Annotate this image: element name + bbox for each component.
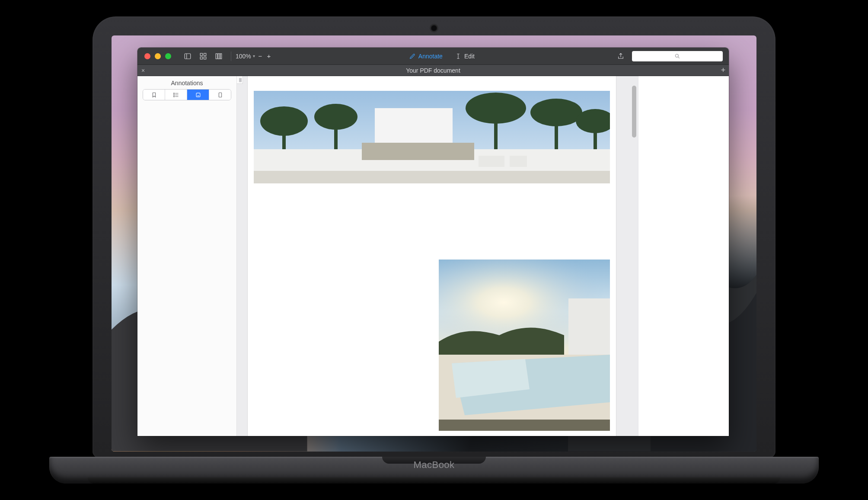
text-cursor-icon bbox=[455, 53, 462, 60]
svg-rect-4 bbox=[200, 57, 202, 59]
svg-rect-34 bbox=[362, 143, 474, 160]
zoom-out-button[interactable]: − bbox=[257, 52, 264, 60]
search-input[interactable] bbox=[632, 51, 723, 61]
share-button[interactable] bbox=[616, 51, 626, 61]
svg-rect-5 bbox=[204, 57, 206, 59]
window-controls bbox=[137, 53, 178, 59]
sidebar-seg-bookmarks[interactable] bbox=[143, 90, 165, 100]
chevron-down-icon: ▾ bbox=[253, 54, 255, 58]
app-body: Annotations bbox=[137, 76, 729, 436]
mode-switch: Annotate Edit bbox=[274, 53, 610, 60]
page-icon bbox=[217, 92, 223, 98]
display: 100% ▾ − + Annotate Edit bbox=[112, 35, 756, 452]
svg-rect-39 bbox=[568, 298, 610, 363]
right-blank-panel bbox=[638, 76, 729, 436]
zoom-control[interactable]: 100% ▾ − + bbox=[234, 52, 274, 60]
svg-rect-6 bbox=[216, 54, 217, 59]
tab-bar: × Your PDF document + bbox=[137, 65, 729, 76]
svg-rect-22 bbox=[282, 121, 286, 151]
svg-rect-24 bbox=[334, 117, 338, 151]
svg-rect-36 bbox=[510, 156, 527, 167]
svg-rect-8 bbox=[220, 54, 222, 59]
share-icon bbox=[617, 52, 625, 60]
svg-rect-35 bbox=[479, 156, 504, 167]
document-canvas[interactable] bbox=[237, 76, 638, 436]
svg-rect-3 bbox=[204, 53, 206, 55]
svg-rect-0 bbox=[185, 54, 191, 59]
svg-line-10 bbox=[678, 57, 680, 58]
toolbar-divider bbox=[231, 51, 231, 61]
new-tab-button[interactable]: + bbox=[718, 66, 729, 75]
svg-rect-17 bbox=[196, 93, 200, 97]
sidebar-seg-thumbnails[interactable] bbox=[209, 90, 231, 100]
split-handle[interactable] bbox=[237, 76, 243, 84]
svg-rect-2 bbox=[200, 53, 202, 55]
webcam bbox=[431, 25, 437, 31]
svg-rect-7 bbox=[218, 54, 220, 59]
laptop-frame: 100% ▾ − + Annotate Edit bbox=[49, 16, 819, 484]
view-controls bbox=[178, 51, 228, 61]
zoom-level-label: 100% bbox=[236, 53, 251, 60]
svg-rect-26 bbox=[494, 108, 498, 151]
sidebar-panel-title: Annotations bbox=[137, 76, 236, 89]
svg-rect-30 bbox=[594, 121, 597, 151]
annotate-mode-button[interactable]: Annotate bbox=[409, 53, 443, 60]
page-image-1 bbox=[254, 91, 610, 183]
window-minimize-button[interactable] bbox=[155, 53, 161, 59]
svg-rect-33 bbox=[254, 171, 610, 183]
laptop-base: MacBook bbox=[49, 457, 819, 484]
zoom-in-button[interactable]: + bbox=[265, 52, 272, 60]
window-close-button[interactable] bbox=[144, 53, 150, 59]
sidebar-seg-annotations[interactable] bbox=[187, 90, 209, 100]
edit-mode-button[interactable]: Edit bbox=[455, 53, 475, 60]
list-icon bbox=[173, 92, 179, 98]
annotate-label: Annotate bbox=[418, 53, 443, 60]
search-icon bbox=[674, 53, 680, 59]
vertical-scrollbar[interactable] bbox=[629, 76, 638, 436]
laptop-foot bbox=[88, 478, 780, 484]
pdf-app-window: 100% ▾ − + Annotate Edit bbox=[137, 48, 729, 436]
edit-label: Edit bbox=[464, 53, 475, 60]
scrollbar-thumb[interactable] bbox=[632, 86, 636, 138]
contact-sheet-icon[interactable] bbox=[214, 51, 224, 61]
window-zoom-button[interactable] bbox=[165, 53, 171, 59]
sidebar: Annotations bbox=[137, 76, 237, 436]
page-image-2 bbox=[439, 260, 610, 431]
annotation-icon bbox=[195, 92, 201, 98]
svg-point-9 bbox=[675, 54, 678, 57]
bookmark-icon bbox=[151, 92, 157, 98]
svg-rect-19 bbox=[219, 93, 221, 97]
tab-close-button[interactable]: × bbox=[137, 67, 149, 74]
thumbnails-icon[interactable] bbox=[198, 51, 208, 61]
svg-rect-46 bbox=[439, 420, 610, 431]
toolbar-right bbox=[610, 51, 729, 61]
toolbar: 100% ▾ − + Annotate Edit bbox=[137, 48, 729, 65]
document-tab-title[interactable]: Your PDF document bbox=[149, 67, 718, 74]
laptop-lid: 100% ▾ − + Annotate Edit bbox=[93, 16, 775, 458]
sidebar-toggle-icon[interactable] bbox=[182, 51, 193, 61]
laptop-brand-label: MacBook bbox=[413, 459, 454, 471]
svg-rect-31 bbox=[375, 108, 453, 147]
pencil-icon bbox=[409, 53, 416, 60]
svg-point-16 bbox=[173, 96, 174, 97]
svg-rect-28 bbox=[555, 112, 558, 151]
sidebar-seg-outline[interactable] bbox=[165, 90, 187, 100]
svg-point-15 bbox=[173, 94, 174, 95]
document-page bbox=[247, 76, 616, 436]
sidebar-segmented-control bbox=[143, 89, 231, 100]
svg-point-14 bbox=[173, 93, 174, 93]
